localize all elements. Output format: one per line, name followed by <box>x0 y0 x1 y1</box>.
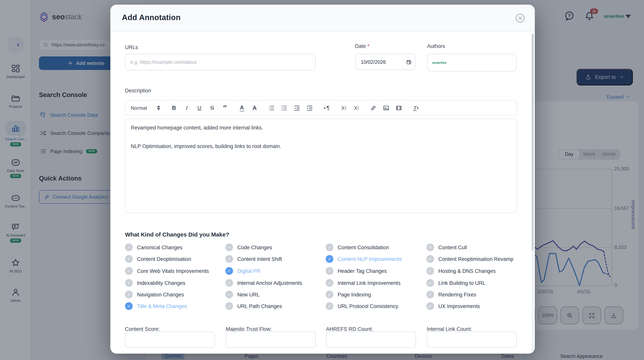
description-editor[interactable]: Revamped homepage content, added more in… <box>125 119 517 213</box>
checkbox-canonical-changes[interactable]: ✓Canonical Changes <box>125 243 182 252</box>
changes-question: What Kind of Changes Did you Make? <box>125 231 229 238</box>
description-paragraph: NLP Optimisation, improved scores, build… <box>131 143 511 149</box>
check-icon: ✓ <box>326 302 334 310</box>
svg-text:3: 3 <box>269 109 270 111</box>
insert-video-button[interactable] <box>395 103 403 113</box>
check-icon: ✓ <box>125 244 133 251</box>
content-score-input[interactable] <box>125 332 215 348</box>
bold-button[interactable]: B <box>170 103 178 113</box>
outdent-button[interactable] <box>293 103 301 113</box>
check-icon: ✓ <box>426 255 434 263</box>
check-icon: ✓ <box>125 279 133 287</box>
authors-label: Authors <box>427 43 445 49</box>
text-color-button[interactable]: A <box>238 103 246 113</box>
checkbox-code-changes[interactable]: ✓Code Changes <box>225 243 272 252</box>
check-icon: ✓ <box>426 267 434 275</box>
italic-button[interactable]: I <box>183 103 190 113</box>
format-caret-icon <box>157 105 160 110</box>
checkbox-rendering-fixes[interactable]: ✓Rendering Fixes <box>426 290 476 299</box>
date-label: Date * <box>355 43 370 49</box>
ahrefs-rd-count-label: AHREFS RD Count: <box>326 326 373 332</box>
highlight-color-button[interactable]: A <box>251 103 258 113</box>
check-icon: ✓ <box>125 267 133 275</box>
checkbox-content-reoptimisation-revamp[interactable]: ✓Content Reoptimisation Revamp <box>426 255 514 263</box>
checkbox-digital-pr[interactable]: ✓Digital PR <box>225 267 260 275</box>
check-icon: ✓ <box>326 244 334 251</box>
description-paragraph: Revamped homepage content, added more in… <box>131 125 511 131</box>
check-icon: ✓ <box>225 267 233 275</box>
check-icon: ✓ <box>326 255 334 263</box>
check-icon: ✓ <box>426 302 434 310</box>
checkbox-header-tag-changes[interactable]: ✓Header Tag Changes <box>326 267 387 275</box>
checkbox-link-building-to-url[interactable]: ✓Link Building to URL <box>426 279 486 287</box>
check-icon: ✓ <box>426 279 434 287</box>
clear-formatting-button[interactable]: Tx <box>412 103 420 113</box>
check-icon: ✓ <box>125 291 133 298</box>
close-button[interactable] <box>515 13 526 24</box>
modal-header: Add Annotation <box>110 5 535 32</box>
underline-button[interactable]: U <box>196 103 203 113</box>
checkbox-content-nlp-improvements[interactable]: ✓Content NLP Improvements <box>326 255 402 263</box>
checkbox-navigation-changes[interactable]: ✓Navigation Changes <box>125 290 184 299</box>
checkbox-internal-link-improvements[interactable]: ✓Internal Link Improvements <box>326 279 400 287</box>
check-icon: ✓ <box>426 291 434 298</box>
authors-input[interactable]: assertive <box>427 54 517 72</box>
modal-scrollbar-thumb[interactable] <box>532 34 534 250</box>
insert-image-button[interactable] <box>382 103 390 113</box>
checkbox-content-consolidation[interactable]: ✓Content Consolidation <box>326 243 389 252</box>
urls-input[interactable] <box>125 54 316 70</box>
strikethrough-button[interactable]: S <box>208 103 216 113</box>
description-label: Description <box>125 88 151 94</box>
internal-link-count-label: Internal Link Count: <box>427 326 472 332</box>
superscript-button[interactable]: X2 <box>353 103 360 113</box>
author-value: assertive <box>432 61 446 65</box>
checkbox-indexability-changes[interactable]: ✓Indexability Changes <box>125 279 186 287</box>
check-icon: ✓ <box>225 291 233 298</box>
check-icon: ✓ <box>125 302 133 310</box>
check-icon: ✓ <box>326 279 334 287</box>
insert-link-button[interactable] <box>370 103 377 113</box>
check-icon: ✓ <box>326 267 334 275</box>
app-root: seostack https://www.danielfoley.co Add … <box>0 0 644 360</box>
modal-title: Add Annotation <box>122 13 180 22</box>
check-icon: ✓ <box>326 291 334 298</box>
urls-label: URLs <box>125 45 138 50</box>
close-icon <box>515 13 526 24</box>
ordered-list-button[interactable]: 123 <box>268 103 276 113</box>
text-direction-button[interactable]: ▸¶ <box>323 103 331 113</box>
checkbox-hosting-dns-changes[interactable]: ✓Hosting & DNS Changes <box>426 267 496 275</box>
check-icon: ✓ <box>225 302 233 310</box>
ahrefs-rd-count-input[interactable] <box>326 332 416 348</box>
subscript-button[interactable]: X2 <box>340 103 348 113</box>
indent-button[interactable] <box>306 103 314 113</box>
checkbox-url-protocol-consistency[interactable]: ✓URL Protocol Consistency <box>326 302 398 310</box>
checkbox-title-meta-changes[interactable]: ✓Title & Meta Changes <box>125 302 187 310</box>
checkbox-internal-anchor-adjustments[interactable]: ✓Internal Anchor Adjustments <box>225 279 302 287</box>
rich-text-toolbar: Normal B I U S ” A A 123 ▸¶ X2 X2 Tx <box>125 100 517 116</box>
checkbox-content-deoptimisation[interactable]: ✓Content Deoptimisation <box>125 255 191 263</box>
checkbox-content-intent-shift[interactable]: ✓Content Intent Shift <box>225 255 282 263</box>
add-annotation-modal: Add Annotation URLs Date * Authors asser… <box>110 5 535 354</box>
checkbox-content-cull[interactable]: ✓Content Cull <box>426 243 467 252</box>
checkbox-url-path-changes[interactable]: ✓URL Path Changes <box>225 302 282 310</box>
check-icon: ✓ <box>225 255 233 263</box>
majestic-trust-flow-label: Majestic Trust Flow: <box>226 326 272 332</box>
checkbox-new-url[interactable]: ✓New URL <box>225 290 260 299</box>
bullet-list-button[interactable] <box>280 103 288 113</box>
check-icon: ✓ <box>225 244 233 251</box>
required-asterisk: * <box>368 43 370 49</box>
check-icon: ✓ <box>125 255 133 263</box>
calendar-icon[interactable] <box>406 59 412 65</box>
check-icon: ✓ <box>426 244 434 251</box>
checkbox-ux-improvements[interactable]: ✓UX Improvements <box>426 302 480 310</box>
blockquote-button[interactable]: ” <box>221 103 229 113</box>
internal-link-count-input[interactable] <box>427 332 517 348</box>
content-score-label: Content Score: <box>125 326 160 332</box>
checkbox-page-indexing[interactable]: ✓Page Indexing <box>326 290 371 299</box>
majestic-trust-flow-input[interactable] <box>226 332 316 348</box>
check-icon: ✓ <box>225 279 233 287</box>
checkbox-core-web-vitals[interactable]: ✓Core Web Vitals Improvements <box>125 267 209 275</box>
format-select[interactable]: Normal <box>131 105 160 111</box>
